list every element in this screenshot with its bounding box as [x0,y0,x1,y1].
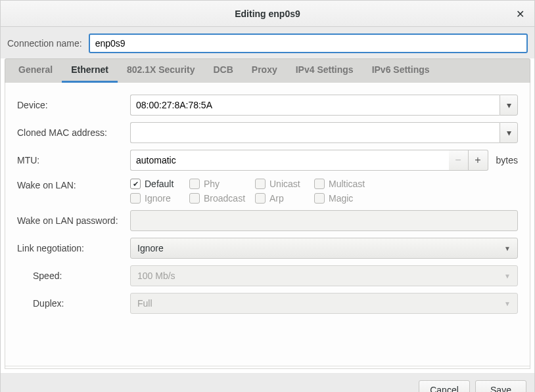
wol-default-checkbox[interactable]: Default [130,179,189,189]
ethernet-panel: Device: ▾ Cloned MAC address: ▾ MTU: [5,83,530,366]
mtu-increment-button[interactable]: + [469,150,488,171]
chevron-down-icon: ▼ [504,300,511,307]
mtu-label: MTU: [17,155,130,165]
wol-arp-checkbox[interactable]: Arp [255,193,314,204]
wol-options: Default Phy Unicast Multicast Ignore Bro… [130,177,380,204]
speed-value: 100 Mb/s [137,271,175,281]
connection-name-input[interactable] [89,33,528,53]
chevron-down-icon: ▼ [504,272,511,280]
tab-ethernet[interactable]: Ethernet [62,59,118,83]
wol-multicast-checkbox[interactable]: Multicast [314,179,380,189]
wol-password-label: Wake on LAN password: [17,215,130,226]
tab-proxy[interactable]: Proxy [243,59,287,83]
wol-ignore-checkbox[interactable]: Ignore [130,193,189,204]
checkbox-icon [130,193,141,204]
mtu-input[interactable] [130,150,449,171]
checkbox-icon [314,193,325,204]
checkbox-icon [189,193,200,204]
link-negotiation-select[interactable]: Ignore ▼ [130,238,518,259]
chevron-down-icon: ▼ [504,245,511,252]
save-button[interactable]: Save [475,380,526,392]
checkbox-icon [255,179,266,189]
duplex-label: Duplex: [17,298,130,309]
mtu-decrement-button[interactable]: − [449,150,469,171]
link-negotiation-label: Link negotiation: [17,243,130,253]
device-combo[interactable]: ▾ [130,95,518,116]
device-dropdown-icon[interactable]: ▾ [500,95,518,116]
speed-label: Speed: [17,271,130,281]
checkbox-icon [189,179,200,189]
window-title: Editing enp0s9 [235,9,300,19]
connection-name-row: Connection name: [1,27,534,58]
wol-broadcast-checkbox[interactable]: Broadcast [189,193,255,204]
connection-name-label: Connection name: [7,38,82,49]
wol-phy-checkbox[interactable]: Phy [189,179,255,189]
wol-magic-checkbox[interactable]: Magic [314,193,380,204]
mtu-unit: bytes [494,155,518,165]
checkbox-icon [130,179,141,189]
duplex-value: Full [137,298,152,309]
speed-select: 100 Mb/s ▼ [130,265,518,286]
cancel-button[interactable]: Cancel [419,380,470,392]
tab-ipv4-settings[interactable]: IPv4 Settings [287,59,363,83]
tab-8021x-security[interactable]: 802.1X Security [118,59,204,83]
checkbox-icon [314,179,325,189]
cloned-mac-label: Cloned MAC address: [17,127,130,138]
tab-general[interactable]: General [9,59,62,83]
link-negotiation-value: Ignore [137,243,164,253]
titlebar: Editing enp0s9 ✕ [1,1,534,27]
dialog-footer: Cancel Save [1,373,534,392]
device-input[interactable] [130,95,500,116]
device-label: Device: [17,100,130,110]
wol-password-input [130,210,518,231]
duplex-select: Full ▼ [130,293,518,314]
tab-ipv6-settings[interactable]: IPv6 Settings [363,59,439,83]
cloned-mac-combo[interactable]: ▾ [130,122,518,143]
close-icon[interactable]: ✕ [512,6,528,22]
checkbox-icon [255,193,266,204]
mtu-spinner[interactable]: − + [130,150,488,171]
tab-dcb[interactable]: DCB [204,59,242,83]
wol-unicast-checkbox[interactable]: Unicast [255,179,314,189]
cloned-mac-dropdown-icon[interactable]: ▾ [500,122,518,143]
wol-label: Wake on LAN: [17,177,130,190]
tabs: General Ethernet 802.1X Security DCB Pro… [5,58,530,83]
cloned-mac-input[interactable] [130,122,500,143]
